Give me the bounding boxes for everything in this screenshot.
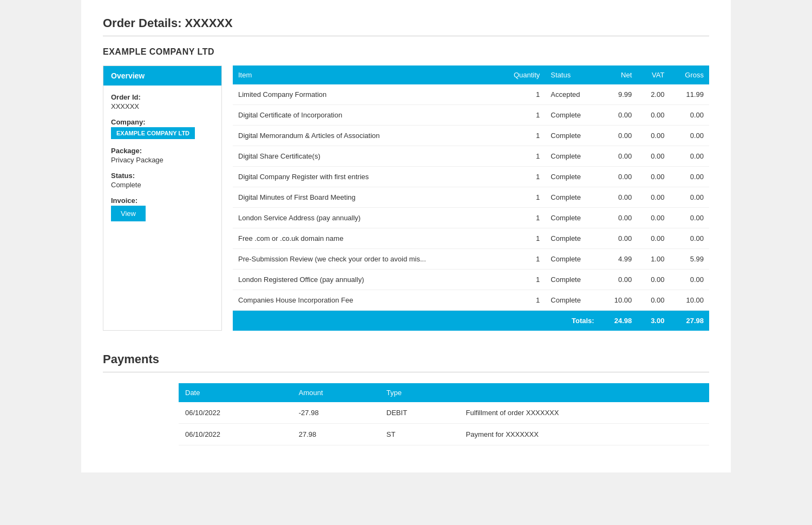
payment-col-desc [459,383,709,402]
order-table-wrapper: Item Quantity Status Net VAT Gross Limit… [233,65,709,331]
payments-table-wrapper: Date Amount Type 06/10/2022 -27.98 DEBIT… [179,383,709,445]
order-table-totals-row: Totals: 24.98 3.00 27.98 [233,311,709,331]
row-vat: 0.00 [637,126,670,146]
row-gross: 0.00 [670,105,709,126]
row-item: Digital Share Certificate(s) [233,146,496,167]
payments-table-body: 06/10/2022 -27.98 DEBIT Fulfillment of o… [179,402,709,445]
payment-row: 06/10/2022 -27.98 DEBIT Fulfillment of o… [179,402,709,424]
row-net: 0.00 [600,126,638,146]
order-table-row: London Registered Office (pay annually) … [233,270,709,290]
row-gross: 0.00 [670,208,709,228]
sidebar-header: Overview [103,66,221,86]
package-value: Privacy Package [111,156,214,164]
view-invoice-button[interactable]: View [111,206,146,221]
col-status: Status [545,65,599,84]
company-badge[interactable]: EXAMPLE COMPANY LTD [111,127,195,139]
main-layout: Overview Order Id: XXXXXX Company: EXAMP… [103,65,709,331]
row-item: Digital Certificate of Incorporation [233,105,496,126]
payment-row: 06/10/2022 27.98 ST Payment for XXXXXXX [179,424,709,445]
row-net: 0.00 [600,167,638,187]
payment-date: 06/10/2022 [179,424,292,445]
row-net: 0.00 [600,208,638,228]
row-quantity: 1 [496,270,546,290]
row-quantity: 1 [496,167,546,187]
row-vat: 2.00 [637,84,670,105]
order-table-row: Limited Company Formation 1 Accepted 9.9… [233,84,709,105]
order-table-row: Digital Certificate of Incorporation 1 C… [233,105,709,126]
totals-net: 24.98 [600,311,638,331]
row-status: Complete [545,105,599,126]
order-table-header-row: Item Quantity Status Net VAT Gross [233,65,709,84]
payment-col-amount: Amount [292,383,380,402]
row-vat: 0.00 [637,270,670,290]
row-net: 0.00 [600,187,638,208]
row-status: Complete [545,126,599,146]
col-gross: Gross [670,65,709,84]
col-vat: VAT [637,65,670,84]
payment-date: 06/10/2022 [179,402,292,424]
sidebar-body: Order Id: XXXXXX Company: EXAMPLE COMPAN… [103,86,221,237]
row-status: Complete [545,146,599,167]
payment-amount: -27.98 [292,402,380,424]
invoice-label: Invoice: [111,196,214,205]
row-item: London Registered Office (pay annually) [233,270,496,290]
row-item: Limited Company Formation [233,84,496,105]
row-status: Complete [545,187,599,208]
row-gross: 5.99 [670,249,709,270]
row-quantity: 1 [496,249,546,270]
col-quantity: Quantity [496,65,546,84]
row-quantity: 1 [496,84,546,105]
payments-divider [103,372,709,372]
order-id-value: XXXXXX [111,102,214,110]
company-name: EXAMPLE COMPANY LTD [103,47,709,57]
company-field: Company: EXAMPLE COMPANY LTD [111,118,214,139]
row-quantity: 1 [496,105,546,126]
row-vat: 0.00 [637,187,670,208]
row-vat: 0.00 [637,208,670,228]
row-net: 0.00 [600,105,638,126]
payment-col-type: Type [380,383,460,402]
row-net: 0.00 [600,146,638,167]
order-table-row: Free .com or .co.uk domain name 1 Comple… [233,228,709,249]
order-table-row: Digital Minutes of First Board Meeting 1… [233,187,709,208]
order-table-body: Limited Company Formation 1 Accepted 9.9… [233,84,709,311]
row-gross: 11.99 [670,84,709,105]
title-divider [103,36,709,36]
row-net: 10.00 [600,290,638,311]
invoice-field: Invoice: View [111,196,214,221]
payments-title: Payments [103,352,709,366]
order-table-row: Digital Company Register with first entr… [233,167,709,187]
col-item: Item [233,65,496,84]
row-status: Complete [545,270,599,290]
payment-description: Fulfillment of order XXXXXXX [459,402,709,424]
row-net: 0.00 [600,228,638,249]
row-gross: 10.00 [670,290,709,311]
row-gross: 0.00 [670,228,709,249]
order-table-row: Companies House Incorporation Fee 1 Comp… [233,290,709,311]
row-item: Free .com or .co.uk domain name [233,228,496,249]
row-gross: 0.00 [670,270,709,290]
row-item: London Service Address (pay annually) [233,208,496,228]
row-item: Digital Memorandum & Articles of Associa… [233,126,496,146]
page-title: Order Details: XXXXXX [103,16,709,30]
row-gross: 0.00 [670,126,709,146]
payments-table: Date Amount Type 06/10/2022 -27.98 DEBIT… [179,383,709,445]
order-id-label: Order Id: [111,93,214,101]
order-table: Item Quantity Status Net VAT Gross Limit… [233,65,709,331]
row-status: Complete [545,290,599,311]
row-vat: 0.00 [637,146,670,167]
order-id-field: Order Id: XXXXXX [111,93,214,110]
payment-type: DEBIT [380,402,460,424]
payments-header-row: Date Amount Type [179,383,709,402]
order-table-row: Pre-Submission Review (we check your ord… [233,249,709,270]
totals-gross: 27.98 [670,311,709,331]
package-field: Package: Privacy Package [111,147,214,164]
row-item: Companies House Incorporation Fee [233,290,496,311]
row-gross: 0.00 [670,187,709,208]
package-label: Package: [111,147,214,155]
status-field: Status: Complete [111,172,214,189]
row-item: Digital Company Register with first entr… [233,167,496,187]
status-value: Complete [111,181,214,189]
row-status: Complete [545,208,599,228]
order-table-row: London Service Address (pay annually) 1 … [233,208,709,228]
